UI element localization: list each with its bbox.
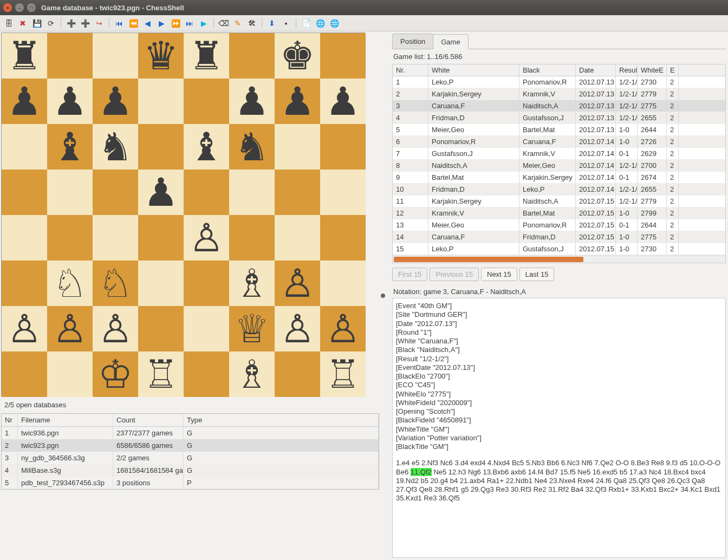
board-square[interactable]: ♙: [47, 306, 93, 351]
move-list[interactable]: 1.e4 e5 2.Nf3 Nc6 3.d4 exd4 4.Nxd4 Bc5 5…: [396, 459, 722, 503]
table-row[interactable]: 8Naiditsch,AMeier,Geo2012.07.141/2-1/270…: [393, 160, 725, 172]
board-square[interactable]: [320, 261, 366, 306]
board-square[interactable]: ♕: [229, 306, 275, 351]
board-square[interactable]: [320, 33, 366, 79]
horizontal-scrollbar[interactable]: [393, 255, 725, 263]
board-square[interactable]: [138, 124, 184, 170]
column-header[interactable]: Count: [113, 414, 184, 426]
board-square[interactable]: [2, 351, 47, 397]
save-icon[interactable]: 💾: [31, 18, 42, 29]
pencil-icon[interactable]: ✎: [232, 18, 243, 29]
board-square[interactable]: ♜: [2, 33, 47, 79]
table-row[interactable]: 10Fridman,DLeko,P2012.07.141/2-1/26552: [393, 184, 725, 196]
next-icon[interactable]: ▶: [156, 18, 167, 29]
board-square[interactable]: ♞: [93, 124, 138, 170]
table-row[interactable]: 5Meier,GeoBartel,Mat2012.07.131-026442: [393, 124, 725, 136]
splitter-handle[interactable]: [379, 31, 387, 560]
board-square[interactable]: [184, 79, 229, 124]
board-square[interactable]: [2, 261, 47, 306]
board-square[interactable]: ♗: [229, 351, 275, 397]
column-header[interactable]: Nr: [2, 414, 18, 426]
refresh-icon[interactable]: ⟳: [46, 18, 56, 29]
add-black-icon[interactable]: ➕: [80, 18, 90, 29]
table-row[interactable]: 14Caruana,FFridman,D2012.07.151-027752: [393, 231, 725, 243]
board-square[interactable]: [47, 215, 93, 261]
board-square[interactable]: ♙: [2, 306, 47, 351]
board-square[interactable]: ♙: [320, 306, 366, 351]
next-button[interactable]: Next 15: [481, 268, 517, 281]
board-square[interactable]: [138, 215, 184, 261]
column-header[interactable]: Type: [184, 414, 379, 426]
board-square[interactable]: [229, 33, 275, 79]
table-row[interactable]: 4Fridman,DGustafsson,J2012.07.131/2-1/26…: [393, 112, 725, 124]
play-icon[interactable]: ▶: [198, 18, 209, 29]
eraser-icon[interactable]: ⌫: [218, 18, 229, 29]
board-square[interactable]: [93, 215, 138, 261]
table-row[interactable]: 15Leko,PGustafsson,J2012.07.151-027302: [393, 243, 725, 255]
board-square[interactable]: ♛: [138, 33, 184, 79]
board-square[interactable]: ♟: [229, 79, 275, 124]
board-square[interactable]: [275, 170, 320, 215]
board-square[interactable]: [275, 215, 320, 261]
doc-icon[interactable]: 📄: [301, 18, 311, 29]
prev-icon[interactable]: ◀: [142, 18, 153, 29]
column-header[interactable]: Nr.: [393, 64, 428, 76]
board-square[interactable]: ♖: [138, 351, 184, 397]
column-header[interactable]: E: [667, 64, 679, 76]
delete-icon[interactable]: ✖: [17, 18, 28, 29]
first-button[interactable]: First 15: [392, 268, 427, 281]
board-square[interactable]: ♘: [93, 261, 138, 306]
board-square[interactable]: ♟: [275, 79, 320, 124]
column-header[interactable]: Resul: [616, 64, 638, 76]
column-header[interactable]: Filename: [18, 414, 113, 426]
database-icon[interactable]: 🗄: [3, 18, 14, 29]
column-header[interactable]: Date: [576, 64, 616, 76]
board-square[interactable]: ♙: [275, 306, 320, 351]
board-square[interactable]: [320, 215, 366, 261]
board-square[interactable]: ♟: [2, 79, 47, 124]
tab-position[interactable]: Position: [392, 34, 433, 49]
tool-icon[interactable]: 🛠: [246, 18, 257, 29]
forward-icon[interactable]: ⏩: [170, 18, 181, 29]
board-square[interactable]: [47, 351, 93, 397]
maximize-icon[interactable]: □: [27, 3, 36, 12]
prev-button[interactable]: Previous 15: [430, 268, 479, 281]
terminal-icon[interactable]: ▪: [281, 18, 291, 29]
board-square[interactable]: ♞: [229, 124, 275, 170]
board-square[interactable]: ♙: [184, 215, 229, 261]
board-square[interactable]: [138, 79, 184, 124]
chess-board[interactable]: ♜♛♜♚♟♟♟♟♟♟♝♞♝♞♟♙♘♘♗♙♙♙♙♕♙♙♔♖♗♖: [1, 32, 365, 396]
table-row[interactable]: 6Ponomariov,RCaruana,F2012.07.141-027262: [393, 136, 725, 148]
table-row[interactable]: 9Bartel,MatKarjakin,Sergey2012.07.140-12…: [393, 172, 725, 184]
board-square[interactable]: ♙: [93, 306, 138, 351]
add-icon[interactable]: ➕: [66, 18, 76, 29]
table-row[interactable]: 1Leko,PPonomariov,R2012.07.131/2-1/27302: [393, 76, 725, 88]
board-square[interactable]: [93, 170, 138, 215]
column-header[interactable]: White: [428, 64, 519, 76]
board-square[interactable]: ♟: [320, 79, 366, 124]
tab-game[interactable]: Game: [433, 34, 468, 49]
table-row[interactable]: 2Karjakin,SergeyKramnik,V2012.07.131/2-1…: [393, 88, 725, 100]
globe-icon[interactable]: 🌐: [329, 18, 340, 29]
download-icon[interactable]: ⬇: [266, 18, 277, 29]
table-row[interactable]: 13Meier,GeoPonomariov,R2012.07.150-12644…: [393, 219, 725, 231]
notation-box[interactable]: [Event "40th GM"][Site "Dortmund GER"][D…: [392, 298, 726, 558]
table-row[interactable]: 3ny_gdb_364566.s3g2/2 gamesG: [2, 452, 379, 464]
board-square[interactable]: [93, 33, 138, 79]
board-square[interactable]: ♔: [93, 351, 138, 397]
board-square[interactable]: ♖: [320, 351, 366, 397]
board-square[interactable]: [2, 170, 47, 215]
board-square[interactable]: ♗: [229, 261, 275, 306]
table-row[interactable]: 4MillBase.s3g1681584/1681584 gaG: [2, 464, 379, 477]
board-square[interactable]: ♟: [138, 170, 184, 215]
board-square[interactable]: [184, 306, 229, 351]
minimize-icon[interactable]: –: [15, 3, 24, 12]
table-row[interactable]: 12Kramnik,VBartel,Mat2012.07.151-027992: [393, 207, 725, 219]
board-square[interactable]: [2, 215, 47, 261]
board-square[interactable]: ♟: [93, 79, 138, 124]
globe-grey-icon[interactable]: 🌐: [315, 18, 326, 29]
first-icon[interactable]: ⏮: [114, 18, 125, 29]
table-row[interactable]: 5pdb_test_7293467456.s3p3 positionsP: [2, 477, 379, 489]
rewind-icon[interactable]: ⏪: [128, 18, 139, 29]
board-square[interactable]: ♘: [47, 261, 93, 306]
